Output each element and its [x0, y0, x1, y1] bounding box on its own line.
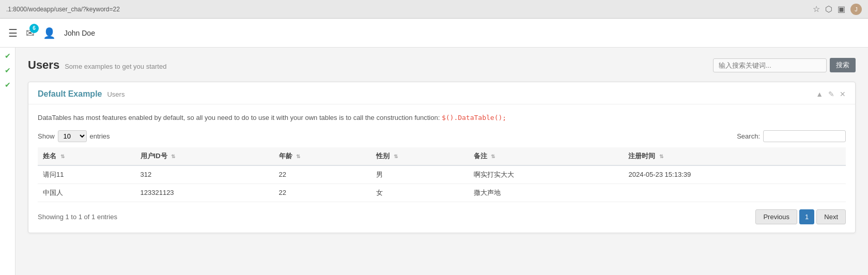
profile-icon[interactable]: 👤: [43, 27, 56, 39]
card-header-right: ▲ ✎ ✕: [816, 90, 846, 98]
sort-icon-notes: ⇅: [491, 154, 495, 159]
col-header-name[interactable]: 姓名 ⇅: [38, 147, 135, 165]
page-subtitle: Some examples to get you started: [65, 63, 166, 70]
cell-reg_time: [623, 184, 846, 202]
col-header-notes[interactable]: 备注 ⇅: [469, 147, 624, 165]
sort-icon-userid: ⇅: [171, 154, 175, 159]
cell-age: 22: [274, 184, 371, 202]
collapse-icon[interactable]: ▲: [816, 90, 823, 98]
notification-badge: 6: [29, 24, 39, 33]
card-header: Default Example Users ▲ ✎ ✕: [28, 82, 855, 104]
current-page[interactable]: 1: [799, 209, 814, 224]
card-breadcrumb: Users: [107, 90, 125, 98]
datatable-footer: Showing 1 to 1 of 1 entries Previous 1 N…: [38, 209, 846, 224]
show-entries: Show 10 25 50 100 entries: [38, 130, 110, 142]
sort-icon-regtime: ⇅: [659, 154, 663, 159]
cell-notes: 啊实打实大大: [469, 165, 624, 184]
dt-search-input[interactable]: [763, 130, 846, 142]
col-header-age[interactable]: 年龄 ⇅: [274, 147, 371, 165]
previous-button[interactable]: Previous: [755, 209, 797, 224]
browser-url: .1:8000/wodeapp/user_cha/?keyword=22: [6, 6, 808, 13]
cell-age: 22: [274, 165, 371, 184]
main-content: Users Some examples to get you started 搜…: [16, 48, 868, 275]
header-right: ✉ 6 👤 John Doe: [26, 27, 95, 39]
cell-gender: 女: [371, 184, 469, 202]
entries-label: entries: [90, 132, 110, 140]
datatable-info: Showing 1 to 1 of 1 entries: [38, 213, 117, 221]
avatar: J: [850, 4, 862, 15]
cell-notes: 撒大声地: [469, 184, 624, 202]
description: DataTables has most features enabled by …: [38, 113, 846, 123]
browser-icons: ☆ ⬡ ▣ J: [813, 4, 862, 15]
page-title: Users: [28, 58, 59, 72]
hamburger-menu[interactable]: ☰: [8, 27, 18, 39]
dt-search: Search:: [737, 130, 846, 142]
cell-name: 中国人: [38, 184, 135, 202]
entries-select[interactable]: 10 25 50 100: [58, 130, 87, 142]
layout: ✔ ✔ ✔ Users Some examples to get you sta…: [0, 48, 868, 275]
cell-reg_time: 2024-05-23 15:13:39: [623, 165, 846, 184]
dt-search-label: Search:: [737, 132, 760, 140]
card-header-left: Default Example Users: [38, 89, 125, 99]
col-header-gender[interactable]: 性别 ⇅: [371, 147, 469, 165]
sort-icon-age: ⇅: [296, 154, 300, 159]
table-header-row: 姓名 ⇅ 用户ID号 ⇅ 年龄 ⇅: [38, 147, 846, 165]
page-header: Users Some examples to get you started 搜…: [28, 58, 856, 72]
sort-icon-name: ⇅: [60, 154, 65, 159]
table-row: 请问1131222男啊实打实大大2024-05-23 15:13:39: [38, 165, 846, 184]
sidebar: ✔ ✔ ✔: [0, 48, 16, 275]
col-header-user-id[interactable]: 用户ID号 ⇅: [135, 147, 274, 165]
notification-icon[interactable]: ✉ 6: [26, 27, 35, 39]
page-search-button[interactable]: 搜索: [830, 58, 856, 72]
extension-icon: ⬡: [825, 4, 832, 14]
page-title-area: Users Some examples to get you started: [28, 58, 166, 72]
star-icon: ☆: [813, 4, 820, 14]
cell-gender: 男: [371, 165, 469, 184]
description-code: $().DataTable();: [442, 114, 506, 121]
edit-icon[interactable]: ✎: [828, 90, 834, 98]
cell-user_id: 312: [135, 165, 274, 184]
pagination-buttons: Previous 1 Next: [755, 209, 846, 224]
card-title: Default Example: [38, 89, 102, 99]
sidebar-check-1: ✔: [5, 52, 11, 60]
close-icon[interactable]: ✕: [840, 90, 846, 98]
datatable: 姓名 ⇅ 用户ID号 ⇅ 年龄 ⇅: [38, 147, 846, 202]
col-header-regtime[interactable]: 注册时间 ⇅: [623, 147, 846, 165]
show-label: Show: [38, 132, 55, 140]
cell-user_id: 123321123: [135, 184, 274, 202]
page-search: 搜索: [713, 58, 856, 72]
page-search-input[interactable]: [713, 58, 827, 72]
browser-bar: .1:8000/wodeapp/user_cha/?keyword=22 ☆ ⬡…: [0, 0, 868, 19]
window-icon: ▣: [838, 4, 845, 14]
sort-icon-gender: ⇅: [394, 154, 398, 159]
description-text: DataTables has most features enabled by …: [38, 114, 442, 121]
app-header: ☰ ✉ 6 👤 John Doe: [0, 19, 868, 48]
sidebar-check-3: ✔: [5, 81, 11, 89]
card-body: DataTables has most features enabled by …: [28, 104, 855, 233]
datatable-controls: Show 10 25 50 100 entries Search:: [38, 130, 846, 142]
user-name: John Doe: [64, 29, 95, 37]
table-row: 中国人12332112322女撒大声地: [38, 184, 846, 202]
cell-name: 请问11: [38, 165, 135, 184]
datatable-card: Default Example Users ▲ ✎ ✕ DataTables h…: [28, 82, 856, 233]
next-button[interactable]: Next: [816, 209, 846, 224]
sidebar-check-2: ✔: [5, 66, 11, 74]
